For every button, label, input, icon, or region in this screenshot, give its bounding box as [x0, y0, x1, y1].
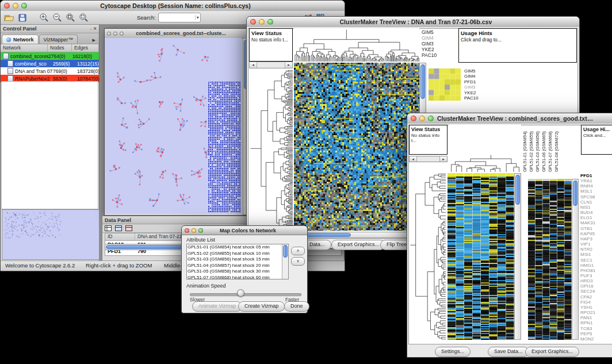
- tv2-expression-heatmap[interactable]: [528, 179, 572, 340]
- create-vizmap-button[interactable]: Create Vizmap: [238, 301, 285, 312]
- network-name: combined_sco: [15, 61, 53, 67]
- frame-close-button[interactable]: [107, 32, 111, 36]
- zoom-out-icon[interactable]: [52, 13, 62, 22]
- treeview-combined-window: ClusterMaker TreeView : combined_scores_…: [407, 113, 612, 358]
- tv2-status-scrollbar[interactable]: ◂ ▸: [409, 156, 447, 162]
- tv1-status-scrollbar[interactable]: ◂ ▸: [249, 62, 293, 68]
- tv1-titlebar[interactable]: ClusterMaker TreeView : DNA and Tran 07-…: [247, 17, 579, 28]
- network-overview[interactable]: [2, 209, 100, 260]
- tv1-row-dendrogram[interactable]: [249, 70, 293, 232]
- gene-label: TCB3: [580, 326, 612, 331]
- tv2-titlebar[interactable]: ClusterMaker TreeView : combined_scores_…: [407, 113, 612, 124]
- attribute-list-item[interactable]: GPL51-04 (GSM857) heat shock 20 min: [188, 263, 282, 269]
- zoom-button[interactable]: [21, 3, 27, 9]
- close-panel-icon[interactable]: ✕: [93, 26, 97, 31]
- attribute-list-item[interactable]: GPL51-02 (GSM855) heat shock 10 min: [188, 251, 282, 257]
- scroll-left-arrow[interactable]: ◂: [250, 62, 257, 68]
- tab-overflow-icon[interactable]: ▶: [90, 38, 98, 44]
- tv2-column-dendrogram[interactable]: [449, 125, 521, 172]
- scroll-track[interactable]: [257, 62, 285, 68]
- network-edge-count: 16218(0): [72, 53, 99, 59]
- col-edges[interactable]: Edges: [72, 44, 99, 52]
- zoom-in-icon[interactable]: [39, 13, 49, 22]
- tab-network[interactable]: Network: [2, 35, 39, 44]
- network-view-titlebar[interactable]: combined_scores_good.txt--cluste...: [105, 29, 250, 39]
- col-network[interactable]: Network: [1, 44, 48, 52]
- attribute-list-item[interactable]: GPL51-07 (GSM868) heat shock 60 min: [188, 275, 282, 280]
- tab-vizmapper[interactable]: VizMapper™: [39, 35, 78, 44]
- export-graphics-button[interactable]: Export Graphics...: [525, 347, 579, 357]
- export-graphics-button[interactable]: Export Graphics...: [331, 240, 385, 250]
- close-button[interactable]: [185, 228, 189, 233]
- zoom-selected-icon[interactable]: [79, 13, 89, 22]
- usage-hints-text: Click and drag to...: [461, 37, 575, 43]
- select-all-icon[interactable]: [115, 225, 122, 231]
- col-id[interactable]: ID: [105, 233, 135, 240]
- gene-label: GIM5: [422, 29, 455, 35]
- close-button[interactable]: [4, 3, 10, 9]
- zoom-button[interactable]: [198, 228, 203, 233]
- tv2-heatmap[interactable]: [447, 173, 514, 340]
- animation-speed-knob[interactable]: [237, 289, 244, 297]
- tv1-vscroll-thumb[interactable]: [420, 64, 425, 99]
- dialog-titlebar[interactable]: Map Colors to Network: [182, 226, 307, 235]
- settings-button[interactable]: Settings...: [435, 347, 471, 357]
- main-titlebar[interactable]: Cytoscape Desktop (Session Name: collins…: [1, 1, 345, 12]
- attribute-list[interactable]: GPL51-01 (GSM854) heat shock 05 minGPL51…: [186, 244, 289, 279]
- open-folder-icon[interactable]: [4, 14, 15, 22]
- network-row[interactable]: DNA and Tran 07769(0)183728(0): [1, 67, 99, 75]
- control-panel-title: Control Panel: [3, 26, 37, 32]
- gene-label: PAC10: [464, 95, 499, 101]
- scroll-track[interactable]: [417, 156, 439, 162]
- attribute-list-scrollbar[interactable]: [282, 244, 288, 279]
- tv1-correlation-matrix[interactable]: [429, 68, 461, 101]
- tv2-expression-vscroll-thumb[interactable]: [573, 181, 577, 206]
- tv2-row-dendrogram[interactable]: [409, 173, 446, 340]
- tv1-hscrollbar[interactable]: [294, 232, 419, 238]
- minimize-button[interactable]: [192, 228, 196, 233]
- animation-speed-slider[interactable]: [190, 293, 301, 296]
- unselect-all-icon[interactable]: [125, 225, 132, 231]
- search-dropdown-icon[interactable]: ▾: [195, 15, 200, 20]
- save-data-button[interactable]: Save Data...: [488, 347, 529, 357]
- move-up-button[interactable]: ∧: [291, 247, 305, 255]
- control-panel: Control Panel ▫ ✕ Network VizMapper™ ▶: [1, 25, 100, 261]
- close-button[interactable]: [411, 116, 416, 121]
- minimize-button[interactable]: [259, 19, 265, 25]
- attribute-list-item[interactable]: GPL51-01 (GSM854) heat shock 05 min: [188, 244, 282, 251]
- attribute-list-item[interactable]: GPL51-05 (GSM858) heat shock 30 min: [188, 269, 282, 275]
- scroll-right-arrow[interactable]: ▸: [439, 156, 447, 162]
- col-nodes[interactable]: Nodes: [48, 44, 72, 52]
- minimize-button[interactable]: [13, 3, 18, 9]
- data-panel-title: Data Panel: [105, 217, 131, 223]
- gene-label: NIS1: [580, 205, 612, 210]
- tv2-vscroll-thumb[interactable]: [515, 175, 520, 205]
- tv2-vscrollbar[interactable]: [514, 173, 521, 340]
- zoom-button[interactable]: [267, 19, 273, 25]
- search-input[interactable]: ▾: [158, 13, 201, 22]
- frame-maximize-button[interactable]: [120, 32, 124, 36]
- tv2-expression-vscrollbar[interactable]: [572, 179, 579, 340]
- map-colors-dialog: Map Colors to Network Attribute List GPL…: [181, 225, 308, 313]
- minimize-button[interactable]: [419, 116, 425, 121]
- move-down-button[interactable]: ∨: [291, 257, 305, 266]
- close-button[interactable]: [250, 19, 256, 25]
- network-row[interactable]: combined_scores2764(0)16218(0): [1, 52, 99, 60]
- network-row[interactable]: combined_sco2569(6)13112(15): [1, 60, 99, 67]
- network-canvas[interactable]: [105, 38, 242, 214]
- gene-label: PAN1: [580, 315, 612, 320]
- network-overview-canvas[interactable]: [2, 210, 98, 258]
- frame-minimize-button[interactable]: [113, 32, 117, 36]
- scroll-left-arrow[interactable]: ◂: [410, 156, 417, 162]
- attribute-list-item[interactable]: GPL51-03 (GSM856) heat shock 15 min: [188, 256, 282, 263]
- select-attributes-icon[interactable]: [105, 225, 112, 231]
- scroll-right-arrow[interactable]: ▸: [285, 62, 292, 68]
- attribute-list-scroll-thumb[interactable]: [283, 245, 288, 258]
- tv1-column-dendrogram[interactable]: [294, 28, 419, 62]
- zoom-fit-icon[interactable]: [66, 13, 75, 22]
- zoom-button[interactable]: [428, 116, 434, 121]
- float-panel-icon[interactable]: ▫: [90, 27, 91, 31]
- done-button[interactable]: Done: [284, 301, 309, 312]
- save-icon[interactable]: [18, 14, 26, 22]
- tv1-heatmap[interactable]: [294, 63, 419, 231]
